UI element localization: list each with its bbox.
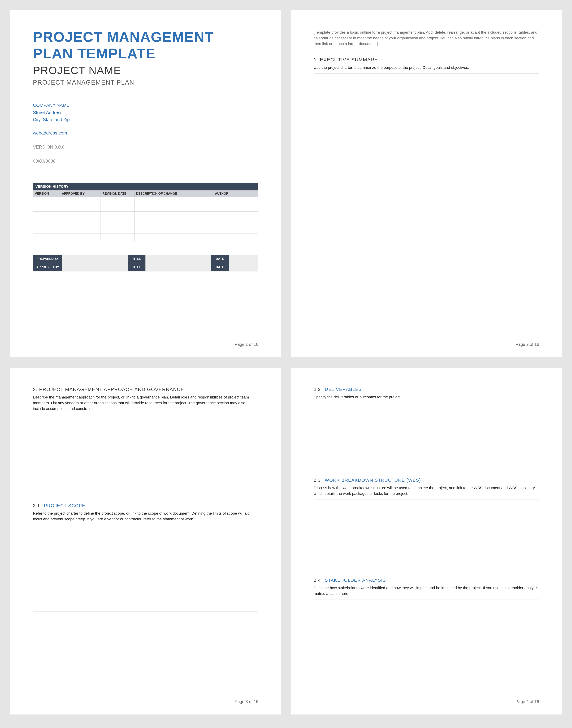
table-row [33, 219, 258, 226]
page-footer-2: Page 2 of 16 [515, 342, 539, 347]
signature-table: PREPARED BY TITLE DATE APPROVED BY TITLE… [33, 254, 258, 272]
section-2-2-num: 2.2 [314, 387, 323, 392]
wbs-box [314, 500, 539, 565]
section-2-4-desc: Describe how stakeholders were identifie… [314, 585, 539, 596]
version-line: VERSION 0.0.0 [33, 144, 258, 150]
page-3: 2. PROJECT MANAGEMENT APPROACH AND GOVER… [10, 368, 281, 715]
section-2-3-desc: Discuss how the work breakdown structure… [314, 485, 539, 496]
governance-box [33, 415, 258, 491]
page-4: 2.2 DELIVERABLES Specify the deliverable… [291, 368, 562, 715]
date-label-1: DATE [211, 254, 229, 263]
version-history-table: VERSION HISTORY VERSION APPROVED BY REVI… [33, 183, 258, 241]
company-citystatezip: City, State and Zip [33, 116, 258, 124]
title-value-1 [146, 254, 211, 263]
section-2-4-heading: 2.4 STAKEHOLDER ANALYSIS [314, 578, 539, 583]
stakeholder-box [314, 599, 539, 653]
section-2-2-desc: Specify the deliverables or outcomes for… [314, 394, 539, 400]
company-street: Street Address [33, 109, 258, 116]
title-label-2: TITLE [128, 263, 146, 271]
section-2-3-num: 2.3 [314, 478, 323, 483]
section-2-1-heading: 2.1 PROJECT SCOPE [33, 503, 258, 508]
approved-by-value [62, 263, 128, 271]
doc-title-line2: PLAN TEMPLATE [33, 46, 258, 61]
title-value-2 [146, 263, 211, 271]
section-2-heading: 2. PROJECT MANAGEMENT APPROACH AND GOVER… [33, 387, 258, 392]
section-2-1-num: 2.1 [33, 503, 43, 508]
section-2-1-title: PROJECT SCOPE [44, 503, 85, 508]
vh-col-author: AUTHOR [213, 190, 258, 197]
plan-subtitle: PROJECT MANAGEMENT PLAN [33, 79, 258, 86]
section-2-2-title: DELIVERABLES [325, 387, 362, 392]
section-1-desc: Use the project charter to summarize the… [314, 65, 539, 70]
prepared-by-value [62, 254, 128, 263]
vh-col-version: VERSION [33, 190, 60, 197]
page-grid: PROJECT MANAGEMENT PLAN TEMPLATE PROJECT… [10, 10, 562, 715]
table-row [33, 211, 258, 219]
version-history-title: VERSION HISTORY [33, 183, 258, 191]
project-name: PROJECT NAME [33, 64, 258, 76]
page-footer-4: Page 4 of 16 [515, 699, 539, 704]
page-footer-3: Page 3 of 16 [235, 699, 258, 704]
page-1: PROJECT MANAGEMENT PLAN TEMPLATE PROJECT… [10, 10, 281, 357]
company-name: COMPANY NAME [33, 102, 258, 109]
project-scope-box [33, 525, 258, 612]
table-row [33, 233, 258, 240]
doc-title-line1: PROJECT MANAGEMENT [33, 29, 258, 45]
date-value-1 [229, 254, 258, 263]
section-2-3-heading: 2.3 WORK BREAKDOWN STRUCTURE (WBS) [314, 478, 539, 483]
table-row [33, 197, 258, 204]
section-2-3-title: WORK BREAKDOWN STRUCTURE (WBS) [325, 478, 421, 483]
section-2-1-desc: Refer to the project charter to define t… [33, 510, 258, 522]
vh-col-revdate: REVISION DATE [100, 190, 134, 197]
date-label-2: DATE [211, 263, 229, 271]
executive-summary-box [314, 73, 539, 302]
table-row [33, 226, 258, 233]
page-2: [Template provides a basic outline for a… [291, 10, 562, 357]
page-footer-1: Page 1 of 16 [235, 342, 258, 347]
section-2-4-title: STAKEHOLDER ANALYSIS [325, 578, 386, 583]
company-block: COMPANY NAME Street Address City, State … [33, 102, 258, 124]
table-row [33, 204, 258, 211]
web-address: webaddress.com [33, 130, 258, 136]
section-1-heading: 1. EXECUTIVE SUMMARY [314, 57, 539, 63]
vh-col-desc: DESCRIPTION OF CHANGE [134, 190, 213, 197]
section-2-desc: Describe the management approach for the… [33, 394, 258, 412]
template-intro-note: [Template provides a basic outline for a… [314, 29, 539, 47]
section-2-2-heading: 2.2 DELIVERABLES [314, 387, 539, 392]
prepared-by-label: PREPARED BY [33, 254, 62, 263]
date-value-2 [229, 263, 258, 271]
vh-col-approved: APPROVED BY [60, 190, 100, 197]
approved-by-label: APPROVED BY [33, 263, 62, 271]
date-line: 00/00/0000 [33, 158, 258, 164]
deliverables-box [314, 403, 539, 465]
title-label-1: TITLE [128, 254, 146, 263]
section-2-4-num: 2.4 [314, 578, 323, 583]
